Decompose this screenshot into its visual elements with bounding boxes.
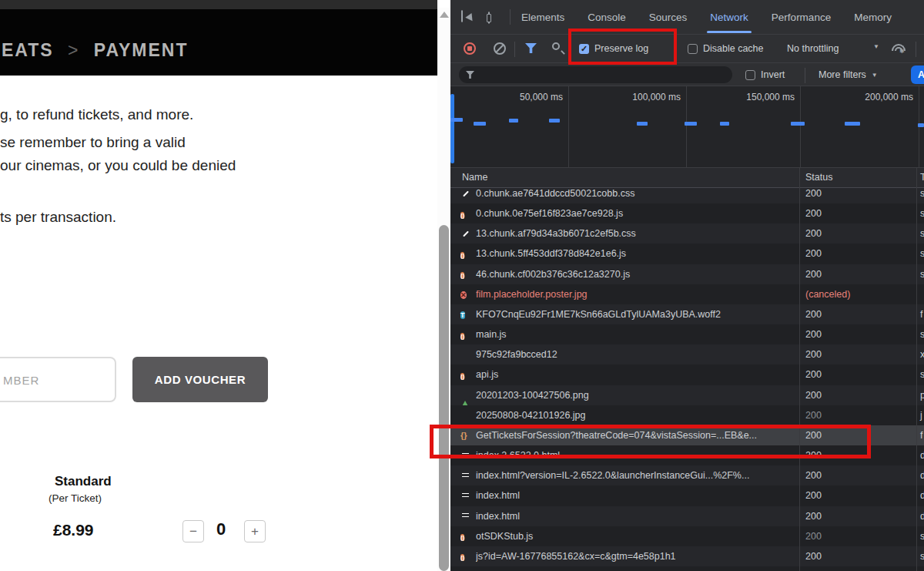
add-voucher-button[interactable]: ADD VOUCHER bbox=[132, 357, 268, 402]
toolbar-divider bbox=[514, 42, 515, 57]
request-type-sliver: d bbox=[920, 490, 924, 501]
info-text-line-1: g, to refund tickets, and more. bbox=[0, 106, 193, 123]
request-type-all-chip[interactable]: All bbox=[911, 65, 924, 84]
request-name[interactable]: index.html bbox=[476, 511, 796, 522]
device-toolbar-icon[interactable] bbox=[488, 12, 490, 23]
request-row[interactable]: ()main.js200s bbox=[450, 324, 924, 344]
request-row[interactable]: ()0.chunk.0e75ef16f823ae7ce928.js200s bbox=[450, 203, 924, 223]
tab-elements[interactable]: Elements bbox=[521, 0, 564, 35]
timeline-gridline bbox=[568, 86, 569, 168]
timeline-gridline bbox=[800, 86, 801, 168]
request-row[interactable]: index.html200d bbox=[450, 506, 924, 526]
filter-input[interactable] bbox=[459, 66, 732, 83]
timeline-request-bar bbox=[637, 122, 648, 126]
css-file-icon bbox=[460, 229, 470, 239]
request-name[interactable]: js?id=AW-16776855162&cx=c&gtm=4e58p1h1 bbox=[476, 551, 796, 562]
request-status: 200 bbox=[805, 269, 822, 280]
request-name[interactable]: 20201203-100427506.png bbox=[476, 390, 796, 401]
more-filters-dropdown[interactable]: More filters ▼ bbox=[819, 69, 878, 80]
request-row[interactable]: 0.chunk.ae7641ddccd50021cobb.css200s bbox=[450, 188, 924, 203]
throttling-caret-icon[interactable]: ▼ bbox=[873, 43, 879, 50]
request-row[interactable]: 13.chunk.af79d34a3b6071c2ef5b.css200s bbox=[450, 223, 924, 244]
network-conditions-icon[interactable]: ✱ bbox=[892, 44, 906, 53]
tab-performance[interactable]: Performance bbox=[772, 0, 831, 35]
request-name[interactable]: 46.chunk.cf002b376c36c12a3270.js bbox=[476, 269, 796, 280]
request-name[interactable]: film.placeholder.poster.jpg bbox=[476, 289, 796, 300]
column-divider-status[interactable] bbox=[799, 168, 800, 571]
request-name[interactable]: KFO7CnqEu92Fr1ME7kSn66aGLdTylUAMa3yUBA.w… bbox=[476, 309, 796, 320]
throttling-dropdown[interactable]: No throttling bbox=[787, 43, 839, 54]
request-row[interactable]: index.html200d bbox=[450, 485, 924, 506]
column-header-status[interactable]: Status bbox=[805, 172, 832, 183]
network-overview-timeline[interactable]: 50,000 ms100,000 ms150,000 ms200,000 ms bbox=[450, 86, 924, 168]
request-row[interactable]: ()46.chunk.cf002b376c36c12a3270.js200s bbox=[450, 264, 924, 284]
voucher-number-input[interactable]: MBER bbox=[0, 357, 116, 402]
disable-cache-checkbox[interactable] bbox=[688, 44, 698, 54]
filterbar-divider bbox=[805, 68, 805, 83]
timeline-selection-handle[interactable] bbox=[450, 94, 454, 163]
request-name[interactable]: otSDKStub.js bbox=[476, 531, 796, 542]
request-name[interactable]: api.js bbox=[476, 369, 796, 380]
request-row[interactable]: ()api.js200s bbox=[450, 364, 924, 385]
request-row[interactable]: ✕film.placeholder.poster.jpg(canceled) bbox=[450, 284, 924, 304]
request-type-sliver: x bbox=[920, 349, 924, 360]
search-icon[interactable] bbox=[552, 42, 560, 50]
column-divider-type[interactable] bbox=[916, 168, 917, 571]
record-network-log-icon[interactable] bbox=[464, 42, 476, 55]
info-text-line-2: se remember to bring a valid bbox=[0, 134, 186, 151]
column-header-type[interactable]: T bbox=[920, 172, 924, 183]
request-row[interactable]: 20250808-042101926.jpg200j bbox=[450, 405, 924, 425]
timeline-request-bar bbox=[918, 123, 924, 127]
request-type-sliver: d bbox=[920, 470, 924, 481]
request-name[interactable]: index.html bbox=[476, 490, 796, 501]
tab-network[interactable]: Network bbox=[710, 0, 748, 35]
request-status: 200 bbox=[805, 511, 822, 522]
tab-memory[interactable]: Memory bbox=[854, 0, 892, 35]
request-name[interactable]: 975c92fa9bcced12 bbox=[476, 349, 796, 360]
request-row[interactable]: TKFO7CnqEu92Fr1ME7kSn66aGLdTylUAMa3yUBA.… bbox=[450, 304, 924, 324]
request-row[interactable]: index.html?version=IL-2.6522.0&launcherI… bbox=[450, 465, 924, 485]
request-name[interactable]: 20250808-042101926.jpg bbox=[476, 410, 796, 421]
request-type-sliver: f bbox=[920, 309, 922, 320]
filter-funnel-icon[interactable] bbox=[525, 43, 537, 53]
jpg-file-icon bbox=[460, 410, 470, 420]
timeline-request-bar bbox=[474, 122, 486, 126]
page-scrollbar-thumb[interactable] bbox=[439, 225, 449, 571]
js-file-icon: () bbox=[460, 209, 470, 219]
network-request-list: 0.chunk.ae7641ddccd50021cobb.css200s()0.… bbox=[450, 188, 924, 571]
js-file-icon: () bbox=[460, 531, 470, 541]
clear-network-log-icon[interactable] bbox=[494, 42, 506, 55]
request-status: 200 bbox=[805, 309, 822, 320]
ticket-plus-button[interactable]: + bbox=[244, 520, 266, 542]
breadcrumb-banner: EATS > PAYMENT bbox=[0, 9, 437, 76]
invert-toggle[interactable]: Invert bbox=[745, 69, 785, 80]
request-name[interactable]: 0.chunk.ae7641ddccd50021cobb.css bbox=[476, 188, 796, 199]
network-toolbar: ✓ Preserve log Disable cache No throttli… bbox=[450, 35, 924, 63]
request-type-sliver: s bbox=[920, 248, 924, 259]
doc-file-icon bbox=[460, 491, 470, 501]
invert-checkbox[interactable] bbox=[745, 70, 755, 80]
scrollbar-up-arrow-icon[interactable] bbox=[440, 12, 449, 18]
column-header-name[interactable]: Name bbox=[462, 172, 487, 183]
request-status: 200 bbox=[805, 369, 822, 380]
request-name[interactable]: 13.chunk.5ff453ddf378d842e1e6.js bbox=[476, 248, 796, 259]
request-name[interactable]: 0.chunk.0e75ef16f823ae7ce928.js bbox=[476, 208, 796, 219]
request-name[interactable]: index.html?version=IL-2.6522.0&launcherI… bbox=[476, 470, 796, 481]
request-row[interactable]: 975c92fa9bcced12200x bbox=[450, 344, 924, 364]
disable-cache-toggle[interactable]: Disable cache bbox=[688, 43, 764, 54]
request-row[interactable]: ()js?id=AW-16776855162&cx=c&gtm=4e58p1h1… bbox=[450, 546, 924, 566]
request-type-sliver: s bbox=[920, 269, 924, 280]
breadcrumb-step-seats[interactable]: EATS bbox=[2, 40, 54, 60]
network-filter-bar: Invert More filters ▼ All bbox=[450, 63, 924, 86]
request-row[interactable]: ()otSDKStub.js200s bbox=[450, 526, 924, 546]
ticket-minus-button[interactable]: − bbox=[182, 520, 204, 542]
request-row[interactable]: 20201203-100427506.png200p bbox=[450, 385, 924, 405]
throttling-value: No throttling bbox=[787, 43, 839, 54]
request-name[interactable]: main.js bbox=[476, 329, 796, 340]
request-status: 200 bbox=[805, 490, 822, 501]
inspect-element-icon[interactable] bbox=[461, 11, 463, 22]
request-name[interactable]: 13.chunk.af79d34a3b6071c2ef5b.css bbox=[476, 228, 796, 239]
request-row[interactable]: ()13.chunk.5ff453ddf378d842e1e6.js200s bbox=[450, 244, 924, 264]
request-status: 200 bbox=[805, 470, 822, 481]
toolbar-divider-2 bbox=[916, 42, 916, 57]
